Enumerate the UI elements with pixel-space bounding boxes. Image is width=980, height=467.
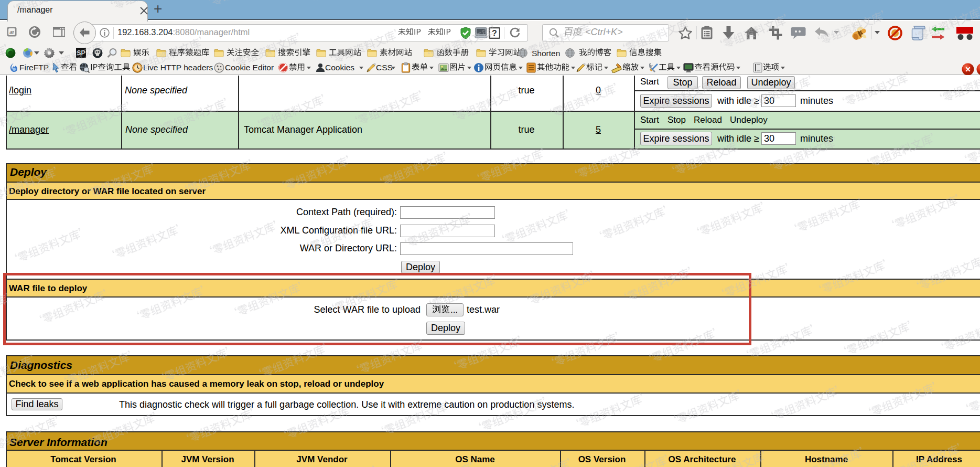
svg-text:æ: æ xyxy=(9,28,14,36)
svg-text:?: ? xyxy=(492,29,497,38)
svg-text:SP: SP xyxy=(77,49,85,57)
